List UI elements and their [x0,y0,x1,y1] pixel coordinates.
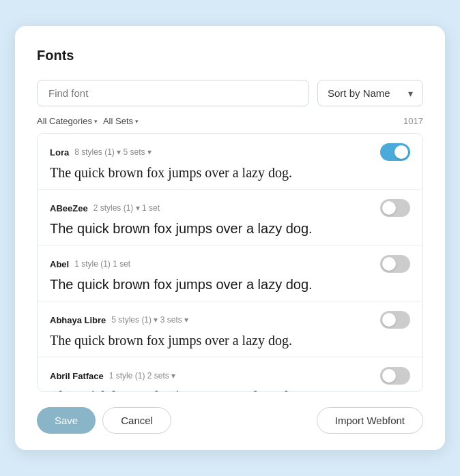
font-meta: ABeeZee 2 styles (1) ▾ 1 set [50,203,160,213]
toggle-slider [380,311,410,329]
font-toggle[interactable] [380,255,410,273]
sort-select[interactable]: Sort by Name ▾ [317,80,423,106]
font-details: 8 styles (1) ▾ 5 sets ▾ [74,147,152,157]
font-item: Abel 1 style (1) 1 set The quick brown f… [38,246,422,301]
font-name: Abhaya Libre [50,315,106,325]
font-details: 5 styles (1) ▾ 3 sets ▾ [111,315,188,325]
categories-filter-button[interactable]: All Categories ▾ [37,116,98,126]
categories-tri: ▾ [94,118,98,125]
font-name: ABeeZee [50,203,88,213]
font-meta: Abel 1 style (1) 1 set [50,259,130,269]
save-button[interactable]: Save [37,407,96,434]
font-item: Abhaya Libre 5 styles (1) ▾ 3 sets ▾ The… [38,301,422,357]
font-details: 1 style (1) 1 set [74,259,130,269]
font-meta: Abril Fatface 1 style (1) 2 sets ▾ [50,371,175,381]
cancel-button[interactable]: Cancel [102,407,171,434]
font-item: Abril Fatface 1 style (1) 2 sets ▾ The q… [38,357,422,392]
search-input[interactable] [37,80,309,106]
font-preview: The quick brown fox jumps over a lazy do… [50,277,410,293]
font-name: Abril Fatface [50,371,104,381]
font-meta: Abhaya Libre 5 styles (1) ▾ 3 sets ▾ [50,315,188,325]
font-item: Lora 8 styles (1) ▾ 5 sets ▾ The quick b… [38,134,422,190]
font-item-header: Abril Fatface 1 style (1) 2 sets ▾ [50,367,410,385]
filter-row: All Categories ▾ All Sets ▾ 1017 [37,116,423,126]
font-item-header: ABeeZee 2 styles (1) ▾ 1 set [50,199,410,217]
font-list: Lora 8 styles (1) ▾ 5 sets ▾ The quick b… [37,133,423,392]
footer: Save Cancel Import Webfont [37,407,423,434]
font-meta: Lora 8 styles (1) ▾ 5 sets ▾ [50,147,152,158]
modal-title: Fonts [37,48,423,63]
font-toggle[interactable] [380,199,410,217]
font-details: 2 styles (1) ▾ 1 set [94,203,160,213]
font-item-header: Abel 1 style (1) 1 set [50,255,410,273]
sort-label: Sort by Name [328,87,390,99]
font-item-header: Abhaya Libre 5 styles (1) ▾ 3 sets ▾ [50,311,410,329]
font-count: 1017 [403,116,423,126]
font-name: Lora [50,147,69,158]
toggle-slider [380,199,410,217]
font-toggle[interactable] [380,311,410,329]
toggle-slider [380,143,410,161]
filter-buttons: All Categories ▾ All Sets ▾ [37,116,139,126]
toggle-slider [380,367,410,385]
font-name: Abel [50,259,69,269]
font-toggle[interactable] [380,143,410,161]
sets-tri: ▾ [135,118,139,125]
chevron-down-icon: ▾ [408,88,413,99]
sets-label: All Sets [103,116,133,126]
search-row: Sort by Name ▾ [37,80,423,106]
font-toggle[interactable] [380,367,410,385]
fonts-modal: Fonts Sort by Name ▾ All Categories ▾ Al… [15,26,445,450]
font-preview: The quick brown fox jumps over a lazy do… [50,165,410,181]
font-preview: The quick brown fox jumps over a lazy do… [50,389,410,392]
font-item-header: Lora 8 styles (1) ▾ 5 sets ▾ [50,143,410,161]
font-item: ABeeZee 2 styles (1) ▾ 1 set The quick b… [38,190,422,246]
font-preview: The quick brown fox jumps over a lazy do… [50,221,410,237]
font-preview: The quick brown fox jumps over a lazy do… [50,333,410,348]
import-webfont-button[interactable]: Import Webfont [317,407,423,434]
categories-label: All Categories [37,116,92,126]
toggle-slider [380,255,410,273]
font-details: 1 style (1) 2 sets ▾ [109,371,175,381]
sets-filter-button[interactable]: All Sets ▾ [103,116,139,126]
footer-left: Save Cancel [37,407,171,434]
